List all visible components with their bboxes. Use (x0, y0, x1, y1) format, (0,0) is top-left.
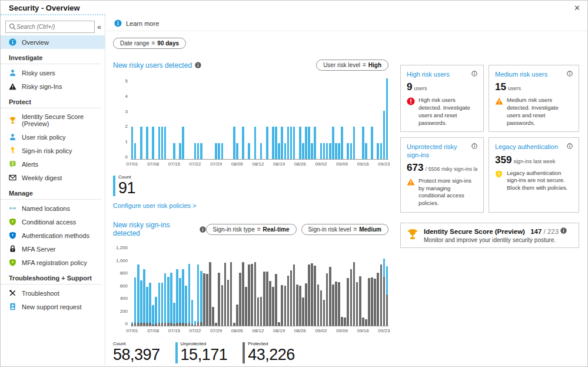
shield-icon (9, 218, 16, 226)
x-tick-label: 09/23 (378, 161, 390, 167)
close-icon[interactable]: ✕ (574, 4, 580, 12)
risky-signins-chart: 1,2001,000800600400200007/0107/0807/1507… (113, 245, 388, 334)
sidebar-item-risky-sign-ins[interactable]: Risky sign-Ins (1, 80, 105, 93)
x-tick-label: 09/16 (357, 328, 369, 333)
bar (320, 143, 323, 159)
sidebar-item-label: Conditional access (22, 219, 76, 226)
x-tick-label: 08/19 (273, 161, 285, 167)
info-icon[interactable] (471, 143, 477, 149)
signin-risk-level-pill[interactable]: Sign-in risk level = Medium (301, 224, 388, 235)
bar (212, 307, 214, 326)
sidebar-item-named-locations[interactable]: Named locations (1, 201, 105, 215)
bar (161, 283, 164, 323)
sidebar-item-label: New support request (22, 303, 82, 310)
sidebar-item-label: User risk policy (22, 134, 66, 141)
bar (140, 280, 142, 323)
configure-user-risk-policies-link[interactable]: Configure user risk policies > (113, 202, 197, 209)
sidebar-item-label: Sign-in risk policy (22, 147, 72, 154)
bar (230, 262, 232, 326)
info-icon[interactable] (560, 227, 567, 234)
pill-value: High (368, 62, 381, 68)
signin-risk-type-pill[interactable]: Sign-in risk type = Real-time (206, 224, 297, 235)
risky-users-section-title[interactable]: New risky users detected (113, 61, 201, 70)
bar (278, 322, 280, 326)
bar (386, 78, 388, 159)
info-icon[interactable] (195, 62, 201, 68)
sidebar-item-sign-in-risk-policy[interactable]: Sign-in risk policy (1, 144, 105, 157)
warning-triangle-icon (407, 177, 415, 207)
pill-label: Sign-in risk type (213, 226, 255, 233)
bar (344, 318, 346, 326)
bar (158, 323, 161, 326)
section-title-text: New risky users detected (113, 61, 192, 70)
sidebar-item-mfa-registration-policy[interactable]: MFA registration policy (1, 256, 105, 269)
bar (386, 266, 388, 295)
sidebar-item-conditional-access[interactable]: Conditional access (1, 215, 105, 229)
plot-area (131, 245, 388, 326)
bar (377, 143, 379, 159)
sidebar-item-alerts[interactable]: Alerts (1, 157, 105, 171)
card-value-row: 15users (495, 81, 573, 93)
card-unprotected-risky-sign-ins[interactable]: Unprotected risky sign-ins673/ 5506 risk… (400, 137, 484, 213)
card-value: 15 (495, 81, 506, 92)
risky-users-chart: 54321007/0107/0807/1507/2207/2908/0508/1… (113, 78, 388, 167)
x-tick-label: 09/02 (315, 161, 327, 167)
info-icon[interactable] (567, 71, 573, 77)
trophy-icon (407, 227, 418, 240)
collapse-sidebar-icon[interactable]: « (95, 23, 104, 31)
sidebar-item-identity-secure-score-preview[interactable]: Identity Secure Score (Preview) (1, 110, 105, 130)
bar (359, 276, 361, 326)
search-input[interactable] (16, 24, 91, 30)
bar (173, 143, 175, 159)
search-box[interactable] (5, 21, 95, 33)
bar (131, 324, 134, 326)
user-risk-level-pill[interactable]: User risk level = High (316, 59, 388, 71)
card-legacy-authentication[interactable]: Legacy authentication359sign-ins last we… (489, 137, 579, 213)
risky-signins-section-title[interactable]: New risky sign-ins detected (113, 221, 206, 237)
x-tick-label: 07/08 (147, 328, 159, 333)
cards-column: High risk users9usersHigh risk users det… (400, 37, 580, 366)
y-tick-label: 5 (125, 78, 128, 84)
arrows-icon (9, 204, 16, 212)
sidebar-item-mfa-server[interactable]: MFA Server (1, 242, 105, 256)
bar (176, 323, 178, 326)
info-icon[interactable] (471, 71, 477, 77)
sidebar-item-authentication-methods[interactable]: Authentication methods (1, 229, 105, 242)
card-high-risk-users[interactable]: High risk users9usersHigh risk users det… (400, 65, 484, 132)
card-description: High risk users detected. Investigate us… (418, 97, 477, 127)
tools-icon (9, 289, 16, 297)
info-icon[interactable] (567, 143, 573, 149)
sidebar-item-label: Identity Secure Score (Preview) (22, 113, 100, 127)
sidebar-section-troubleshooting-support: Troubleshooting + Support (1, 269, 101, 285)
support-icon (9, 303, 16, 310)
identity-secure-score-card[interactable]: Identity Secure Score (Preview) 147 / 22… (400, 223, 579, 248)
bar (161, 323, 164, 326)
main-content: Learn more Date range = 90 days New risk… (105, 14, 587, 366)
bar (248, 264, 250, 326)
card-medium-risk-users[interactable]: Medium risk users15usersMedium risk user… (489, 65, 579, 132)
bar (179, 278, 181, 323)
bar (254, 127, 257, 159)
pill-label: User risk level (323, 62, 360, 68)
sidebar-item-risky-users[interactable]: Risky users (1, 66, 105, 80)
alert-icon (9, 160, 16, 168)
shield-icon (9, 232, 16, 239)
bar (308, 127, 310, 159)
learn-more-bar[interactable]: Learn more (105, 16, 587, 31)
bar (299, 127, 301, 159)
bar (197, 143, 200, 159)
date-range-pill[interactable]: Date range = 90 days (113, 38, 186, 49)
info-icon[interactable] (200, 226, 206, 233)
sidebar-item-label: Authentication methods (22, 232, 89, 239)
bar (347, 143, 349, 159)
sidebar-item-label: Risky sign-Ins (22, 83, 62, 90)
bar (290, 127, 293, 159)
sidebar-item-user-risk-policy[interactable]: User risk policy (1, 130, 105, 144)
metric-color-bar (113, 176, 115, 196)
card-value-row: 359sign-ins last week (495, 154, 573, 166)
sidebar-item-overview[interactable]: Overview (1, 35, 105, 49)
sidebar-item-new-support-request[interactable]: New support request (1, 300, 105, 313)
secure-score-description: Monitor and improve your identity securi… (424, 237, 567, 243)
sidebar-item-troubleshoot[interactable]: Troubleshoot (1, 286, 105, 300)
sidebar-item-weekly-digest[interactable]: Weekly digest (1, 171, 105, 184)
